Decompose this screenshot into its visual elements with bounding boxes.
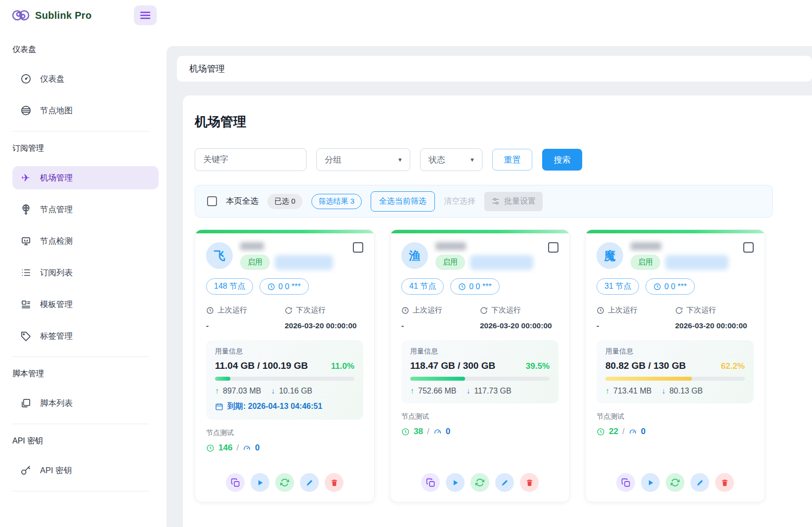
- clear-selection-button[interactable]: 清空选择: [444, 196, 475, 207]
- sidebar-item-tag-management[interactable]: 标签管理: [12, 324, 159, 348]
- batch-settings-button[interactable]: 批量设置: [484, 192, 543, 211]
- sidebar: Sublink Pro 仪表盘 仪表盘: [0, 0, 167, 527]
- main-content: 机场管理 机场管理 分组 ▼ 状态 ▼ 重置 搜索 本页: [167, 46, 812, 527]
- reset-button[interactable]: 重置: [492, 149, 532, 171]
- delete-button[interactable]: [715, 473, 734, 492]
- select-all-checkbox[interactable]: [207, 196, 217, 206]
- sidebar-item-node-management[interactable]: 节点管理: [12, 198, 159, 221]
- sidebar-item-airport-management[interactable]: ✈ 机场管理: [12, 166, 159, 189]
- sync-button[interactable]: [470, 473, 489, 492]
- sync-button[interactable]: [275, 473, 294, 492]
- copy-button[interactable]: [226, 473, 245, 492]
- run-button[interactable]: [446, 473, 465, 492]
- status-badge: 启用: [435, 255, 465, 270]
- breadcrumb-title: 机场管理: [189, 63, 225, 75]
- last-run-value: -: [401, 321, 480, 330]
- sidebar-item-api-key[interactable]: API 密钥: [12, 459, 159, 482]
- search-button[interactable]: 搜索: [542, 149, 582, 171]
- sidebar-nav: 仪表盘 仪表盘 节点地图 订阅管理 ✈ 机场管理: [0, 28, 167, 491]
- last-run-value: -: [206, 321, 285, 330]
- delete-button[interactable]: [325, 473, 343, 492]
- run-button[interactable]: [641, 473, 660, 492]
- page-title: 机场管理: [195, 113, 812, 131]
- sidebar-divider: [12, 356, 149, 357]
- clock-icon: [597, 307, 604, 314]
- sync-button[interactable]: [666, 473, 684, 492]
- run-button[interactable]: [251, 473, 269, 492]
- airport-name-redacted: [631, 242, 661, 250]
- copy-button[interactable]: [616, 473, 635, 492]
- app-root: Sublink Pro 仪表盘 仪表盘: [0, 0, 812, 527]
- node-count-pill: 31 节点: [597, 278, 639, 295]
- sidebar-item-label: 节点检测: [40, 236, 73, 247]
- edit-button[interactable]: [300, 473, 319, 492]
- card-accent-bar: [586, 230, 765, 233]
- monitor-icon: [20, 235, 32, 247]
- tag-icon: [20, 330, 32, 342]
- clock-icon: [401, 307, 409, 314]
- airport-name-redacted: [435, 242, 466, 250]
- sidebar-item-node-check[interactable]: 节点检测: [12, 229, 159, 253]
- upload-icon: ↑: [605, 387, 609, 395]
- infinity-logo-icon: [11, 8, 31, 23]
- node-test-label: 节点测试: [206, 429, 363, 438]
- delete-button[interactable]: [520, 473, 539, 492]
- airport-card: 飞 启用 148 节点: [195, 229, 375, 502]
- sidebar-divider: [12, 131, 149, 132]
- usage-value: 80.82 GB / 130 GB: [605, 360, 686, 371]
- sidebar-item-node-map[interactable]: 节点地图: [12, 99, 159, 122]
- gauge-icon: [20, 73, 32, 85]
- clock-icon: [401, 428, 410, 436]
- clock-icon: [597, 428, 605, 436]
- select-filtered-button[interactable]: 全选当前筛选: [371, 191, 435, 212]
- download-value: 117.73 GB: [474, 387, 511, 395]
- card-checkbox[interactable]: [743, 242, 754, 253]
- status-select-value: 状态: [428, 154, 445, 166]
- schedule-pill: 0 0 ***: [259, 278, 308, 295]
- avatar: 飞: [206, 242, 233, 269]
- next-run-value: 2026-03-20 00:00:00: [675, 321, 754, 330]
- sidebar-item-subscription-list[interactable]: 订阅列表: [12, 261, 159, 284]
- menu-toggle-button[interactable]: [134, 5, 157, 25]
- usage-value: 118.47 GB / 300 GB: [410, 360, 495, 371]
- last-run-label: 上次运行: [608, 306, 638, 315]
- keyword-input[interactable]: [195, 148, 306, 171]
- status-select[interactable]: 状态 ▼: [420, 148, 482, 171]
- refresh-icon: [285, 307, 293, 314]
- sidebar-item-label: 节点管理: [40, 204, 73, 215]
- usage-label: 用量信息: [410, 347, 550, 356]
- status-badge: 启用: [631, 255, 660, 270]
- latency-test-count: 38: [414, 427, 423, 437]
- sidebar-item-script-list[interactable]: 脚本列表: [12, 392, 159, 415]
- card-checkbox[interactable]: [548, 242, 558, 253]
- copy-button[interactable]: [421, 473, 440, 492]
- nav-section-subscription: 订阅管理: [12, 143, 159, 154]
- sidebar-item-dashboard[interactable]: 仪表盘: [12, 67, 159, 90]
- speed-test-count: 0: [255, 443, 259, 453]
- group-select[interactable]: 分组 ▼: [316, 148, 410, 171]
- clock-icon: [653, 283, 661, 291]
- avatar: 魔: [597, 242, 623, 269]
- download-icon: ↓: [661, 387, 665, 395]
- card-checkbox[interactable]: [353, 242, 363, 253]
- node-test-label: 节点测试: [401, 412, 558, 421]
- airport-cards-grid: 飞 启用 148 节点: [195, 229, 812, 502]
- sidebar-item-template-management[interactable]: 模板管理: [12, 293, 159, 316]
- speed-gauge-icon: [433, 428, 442, 436]
- airport-management-panel: 机场管理 分组 ▼ 状态 ▼ 重置 搜索 本页全选 已选 0: [183, 95, 812, 527]
- plane-icon: ✈: [20, 172, 32, 184]
- globe-icon: [20, 105, 32, 117]
- filter-result-badge[interactable]: 筛选结果 3: [311, 194, 362, 209]
- sidebar-item-label: 订阅列表: [40, 267, 73, 278]
- app-logo[interactable]: Sublink Pro: [11, 8, 91, 23]
- edit-button[interactable]: [690, 473, 709, 492]
- app-name: Sublink Pro: [35, 10, 91, 21]
- usage-panel: 用量信息 80.82 GB / 130 GB 62.2% ↑ 713.41 MB: [597, 340, 754, 403]
- sidebar-item-label: 仪表盘: [40, 74, 65, 85]
- select-all-label: 本页全选: [226, 196, 258, 207]
- airport-card: 魔 启用 31 节点: [585, 229, 765, 502]
- usage-percent: 11.0%: [331, 361, 354, 371]
- group-select-value: 分组: [325, 154, 342, 166]
- node-count-pill: 41 节点: [401, 278, 444, 295]
- edit-button[interactable]: [495, 473, 514, 492]
